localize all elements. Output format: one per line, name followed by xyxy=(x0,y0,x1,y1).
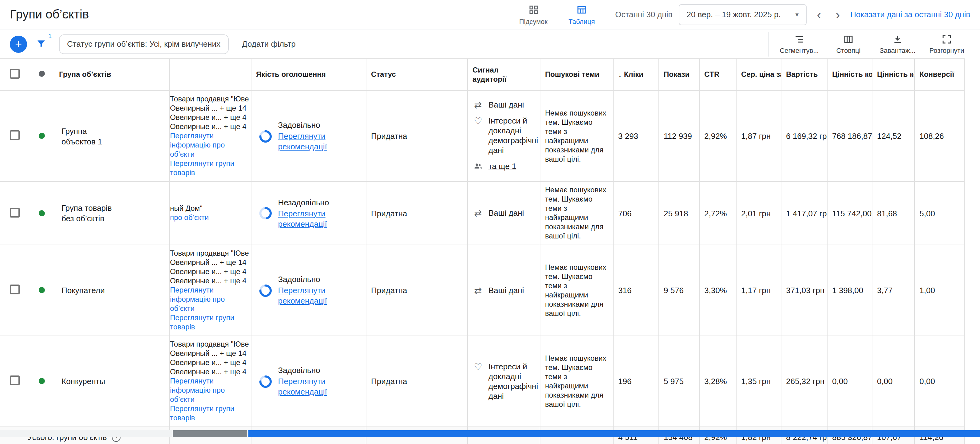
asset-line: Овелирные и... + ще 4 xyxy=(170,113,248,122)
column-header-avg-cpc[interactable]: Сер. ціна за клік xyxy=(736,59,781,90)
enabled-status-dot xyxy=(39,378,45,384)
status-filter-chip[interactable]: Статус групи об’єктів: Усі, крім вилучен… xyxy=(59,34,228,54)
expand-icon xyxy=(941,34,952,45)
view-recommendations-link[interactable]: Переглянути рекомендації xyxy=(278,208,361,229)
conversions-value: 1,00 xyxy=(914,245,964,336)
view-recommendations-link[interactable]: Переглянути рекомендації xyxy=(278,285,361,306)
previous-period-button[interactable]: ‹ xyxy=(813,8,825,21)
search-themes-text: Немає пошукових тем. Шукаємо теми з найк… xyxy=(545,354,608,409)
conv-value: 0,00 xyxy=(827,336,872,427)
select-all-checkbox[interactable] xyxy=(10,68,20,78)
segment-button-label: Сегментув... xyxy=(780,47,819,54)
status-label: Придатна xyxy=(371,209,407,218)
clicks-value: 706 xyxy=(613,182,659,245)
clicks-value: 316 xyxy=(613,245,659,336)
column-header-impressions[interactable]: Покази xyxy=(659,59,699,90)
top-bar: Групи об’єктів Підсумок Та xyxy=(0,0,980,30)
filter-button[interactable]: 1 xyxy=(36,36,51,51)
column-header-conv-value-per-cost[interactable]: Цінність конв./ вартість xyxy=(872,59,914,90)
interests-icon: ♡ xyxy=(473,116,484,126)
your-data-icon: ⇄ xyxy=(473,285,484,295)
avg-cpc-value: 1,87 грн xyxy=(736,90,781,182)
enabled-status-dot xyxy=(39,133,45,139)
ctr-value: 2,92% xyxy=(699,90,736,182)
conversions-value: 5,00 xyxy=(914,182,964,245)
columns-button[interactable]: Стовпці xyxy=(825,34,872,54)
column-header-conversions[interactable]: Конверсії xyxy=(914,59,964,90)
conv-value-per-cost: 124,52 xyxy=(872,90,914,182)
view-asset-details-link[interactable]: Переглянути інформацію про об’єкти xyxy=(170,132,248,159)
view-recommendations-link[interactable]: Переглянути рекомендації xyxy=(278,131,361,152)
view-listing-groups-link[interactable]: Переглянути групи товарів xyxy=(170,404,248,423)
top-bar-right: Підсумок Таблиця Останні 30 днів 20 вер.… xyxy=(512,3,970,25)
view-listing-groups-link[interactable]: Переглянути групи товарів xyxy=(170,313,248,332)
asset-line: Овелирный ... + ще 14 xyxy=(170,258,248,267)
asset-group-name[interactable]: Покупатели xyxy=(62,285,105,296)
view-recommendations-link[interactable]: Переглянути рекомендації xyxy=(278,376,361,397)
view-listing-groups-link[interactable]: Переглянути групи товарів xyxy=(170,159,248,178)
show-last-30-days-link[interactable]: Показати дані за останні 30 днів xyxy=(850,10,970,19)
ctr-value: 3,30% xyxy=(699,245,736,336)
column-header-asset-group[interactable]: Група об’єктів xyxy=(54,59,169,90)
search-themes-text: Немає пошукових тем. Шукаємо теми з найк… xyxy=(545,108,608,164)
column-header-cost[interactable]: Вартість xyxy=(781,59,827,90)
impressions-value: 112 939 xyxy=(659,90,699,182)
view-asset-details-link[interactable]: Переглянути інформацію про об’єкти xyxy=(170,377,248,404)
asset-groups-table: Група об’єктів Якість оголошення Статус … xyxy=(0,59,964,444)
status-label: Придатна xyxy=(371,377,407,386)
filter-funnel-icon xyxy=(36,38,47,49)
column-header-clicks[interactable]: ↓ Кліки xyxy=(613,59,659,90)
row-checkbox[interactable] xyxy=(10,376,20,385)
row-checkbox[interactable] xyxy=(10,284,20,294)
conv-value-per-cost: 0,00 xyxy=(872,336,914,427)
view-toggle-table[interactable]: Таблиця xyxy=(561,3,602,25)
row-checkbox[interactable] xyxy=(10,130,20,140)
view-asset-details-link[interactable]: Переглянути інформацію про об’єкти xyxy=(170,286,248,313)
cost-value: 371,03 грн xyxy=(781,245,827,336)
view-asset-details-link[interactable]: про об’єкти xyxy=(170,213,248,222)
audience-signal-label: Ваші дані xyxy=(488,208,524,218)
ad-strength-gauge-icon xyxy=(259,128,272,144)
frozen-pane-scrollbar-thumb[interactable] xyxy=(173,430,247,437)
view-toggle-summary[interactable]: Підсумок xyxy=(512,3,555,25)
horizontal-scrollbar[interactable] xyxy=(0,430,980,437)
scrollbar-thumb[interactable] xyxy=(248,430,980,437)
chevron-down-icon: ▼ xyxy=(794,11,800,17)
search-themes-text: Немає пошукових тем. Шукаємо теми з найк… xyxy=(545,186,608,241)
add-asset-group-button[interactable]: + xyxy=(10,35,27,52)
conv-value-per-cost: 3,77 xyxy=(872,245,914,336)
table-row: Группа объектов 1 Товари продавця "Юве О… xyxy=(0,90,964,182)
segment-button[interactable]: Сегментув... xyxy=(776,34,822,54)
status-column-icon xyxy=(39,71,45,77)
page-title: Групи об’єктів xyxy=(10,7,89,22)
next-period-button[interactable]: › xyxy=(832,8,844,21)
column-header-audience-signal[interactable]: Сигнал аудиторії xyxy=(467,59,540,90)
conv-value: 768 186,87 xyxy=(827,90,872,182)
download-button[interactable]: Завантаж... xyxy=(874,34,921,54)
row-checkbox[interactable] xyxy=(10,208,20,217)
ad-strength-gauge-icon xyxy=(259,205,272,221)
sort-desc-icon: ↓ xyxy=(618,70,622,79)
view-toggle-summary-label: Підсумок xyxy=(519,17,547,25)
asset-group-name[interactable]: Группа объектов 1 xyxy=(62,126,123,147)
plus-icon: + xyxy=(15,37,22,51)
asset-group-name[interactable]: Конкуренты xyxy=(62,376,105,387)
column-header-status[interactable]: Статус xyxy=(366,59,467,90)
cost-value: 1 417,07 грн xyxy=(781,182,827,245)
filters-toolbar: + 1 Статус групи об’єктів: Усі, крім вил… xyxy=(0,30,980,59)
audience-more-link[interactable]: та ще 1 xyxy=(488,161,516,171)
expand-button[interactable]: Розгорнути xyxy=(923,34,970,54)
column-header-search-themes[interactable]: Пошукові теми xyxy=(540,59,613,90)
columns-icon xyxy=(843,34,854,45)
column-header-ad-quality[interactable]: Якість оголошення xyxy=(251,59,366,90)
ctr-value: 2,72% xyxy=(699,182,736,245)
conversions-value: 0,00 xyxy=(914,336,964,427)
add-filter-button[interactable]: Додати фільтр xyxy=(242,39,296,49)
date-range-period-label: Останні 30 днів xyxy=(615,10,672,19)
columns-button-label: Стовпці xyxy=(836,47,861,54)
asset-group-name[interactable]: Група товарів без об’єктів xyxy=(62,203,123,224)
column-header-ctr[interactable]: CTR xyxy=(699,59,736,90)
ad-strength-label: Задовільно xyxy=(278,121,361,130)
column-header-conv-value[interactable]: Цінність конв. xyxy=(827,59,872,90)
date-range-selector[interactable]: 20 вер. – 19 жовт. 2025 р. ▼ xyxy=(678,4,806,25)
